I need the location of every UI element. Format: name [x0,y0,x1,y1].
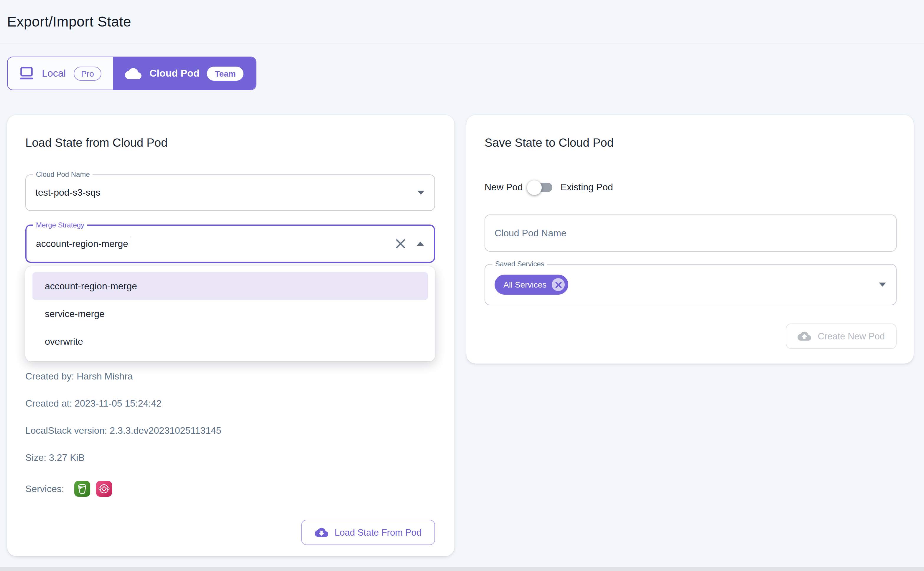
create-new-pod-button[interactable]: Create New Pod [786,324,896,349]
merge-strategy-value: account-region-merge [36,238,128,249]
cloud-download-icon [314,528,328,537]
new-pod-name-input[interactable] [485,215,896,252]
saved-services-select[interactable]: Saved Services All Services [485,264,896,305]
s3-icon [74,481,90,497]
existing-pod-switch[interactable] [530,180,552,195]
page: Export/Import State Local Pro Cloud Pod … [0,0,924,571]
load-state-card: Load State from Cloud Pod Cloud Pod Name… [7,115,454,556]
merge-strategy-dropdown: account-region-merge service-merge overw… [25,266,435,361]
all-services-chip-label: All Services [504,280,547,289]
merge-strategy-input[interactable]: Merge Strategy account-region-merge [25,225,435,263]
option-overwrite[interactable]: overwrite [32,328,428,355]
cloud-pod-name-value: test-pod-s3-sqs [26,175,434,210]
created-at: Created at: 2023-11-05 15:24:42 [25,398,435,409]
cloud-icon [125,68,142,79]
horizontal-scrollbar[interactable] [0,567,924,571]
text-cursor [130,238,130,250]
tab-local-badge: Pro [73,66,102,80]
tab-cloud-pod[interactable]: Cloud Pod Team [113,57,256,90]
save-state-card: Save State to Cloud Pod New Pod Existing… [466,115,914,364]
all-services-chip: All Services [494,275,568,295]
mode-toggle-group: Local Pro Cloud Pod Team [7,57,256,90]
merge-strategy-label: Merge Strategy [33,221,87,230]
tab-cloud-pod-badge: Team [207,66,243,80]
chip-delete-icon[interactable] [552,278,565,291]
page-title: Export/Import State [7,14,131,30]
pod-size: Size: 3.27 KiB [25,452,435,463]
sqs-icon [96,481,112,497]
new-pod-label: New Pod [485,182,523,193]
cloud-pod-name-select[interactable]: Cloud Pod Name test-pod-s3-sqs [25,174,435,211]
load-state-button-label: Load State From Pod [335,527,422,538]
pod-metadata: Created by: Harsh Mishra Created at: 202… [25,371,435,497]
laptop-icon [19,66,34,80]
tab-cloud-pod-label: Cloud Pod [150,68,199,79]
localstack-version: LocalStack version: 2.3.3.dev20231025113… [25,426,435,436]
clear-icon[interactable] [394,238,406,250]
create-new-pod-button-label: Create New Pod [818,331,885,341]
load-state-button[interactable]: Load State From Pod [301,520,435,545]
services-row: Services: [25,481,435,497]
cloud-upload-icon [798,331,811,341]
created-by: Created by: Harsh Mishra [25,371,435,382]
cloud-pod-name-label: Cloud Pod Name [33,170,93,179]
option-account-region-merge[interactable]: account-region-merge [32,272,428,300]
chevron-down-icon [417,191,425,195]
load-card-title: Load State from Cloud Pod [25,136,435,150]
services-label: Services: [25,483,64,494]
chevron-up-icon[interactable] [417,242,424,246]
page-header: Export/Import State [0,0,924,44]
tab-local-label: Local [42,68,66,79]
save-card-title: Save State to Cloud Pod [485,136,896,150]
switch-knob [527,180,542,195]
chevron-down-icon [879,282,886,287]
existing-pod-label: Existing Pod [561,182,613,193]
saved-services-label: Saved Services [492,260,547,269]
option-service-merge[interactable]: service-merge [32,300,428,328]
pod-mode-toggle-row: New Pod Existing Pod [485,177,896,198]
tab-local[interactable]: Local Pro [8,57,113,90]
